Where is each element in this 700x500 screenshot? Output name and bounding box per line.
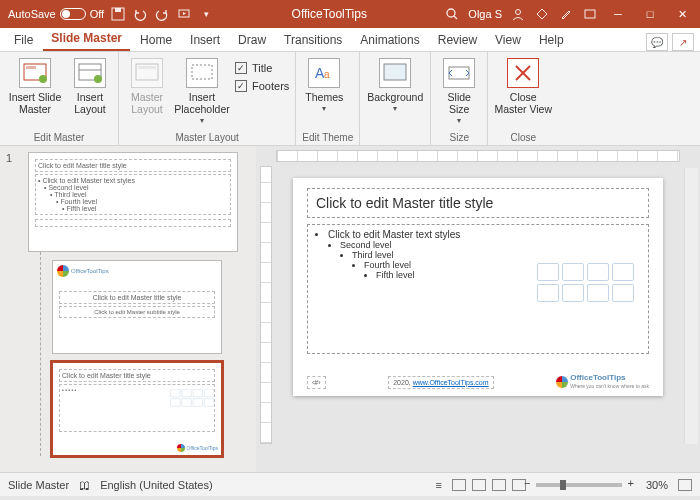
svg-rect-1: [115, 8, 121, 12]
title-bar: AutoSave Off ▾ OfficeToolTips Olga S ─ □…: [0, 0, 700, 28]
status-language[interactable]: English (United States): [100, 479, 213, 491]
redo-icon[interactable]: [154, 6, 170, 22]
icon-icon[interactable]: [612, 284, 634, 302]
chart-icon[interactable]: [562, 263, 584, 281]
autosave-toggle[interactable]: AutoSave Off: [8, 8, 104, 20]
title-checkbox[interactable]: ✓Title: [235, 62, 289, 74]
sorter-view-button[interactable]: [472, 479, 486, 491]
content-type-icons[interactable]: [537, 263, 634, 302]
user-avatar-icon[interactable]: [510, 6, 526, 22]
tab-animations[interactable]: Animations: [352, 29, 427, 51]
brand-logo: OfficeToolTips: [177, 444, 218, 452]
zoom-thumb[interactable]: [560, 480, 566, 490]
background-icon: [379, 58, 411, 88]
insert-placeholder-button[interactable]: Insert Placeholder ▾: [173, 56, 231, 125]
svg-point-12: [94, 75, 102, 83]
thumbnail-panel[interactable]: 1 Click to edit Master title style • Cli…: [0, 146, 256, 472]
themes-button[interactable]: Aa Themes ▾: [302, 56, 346, 113]
tab-home[interactable]: Home: [132, 29, 180, 51]
ribbon-tabs: File Slide Master Home Insert Draw Trans…: [0, 28, 700, 52]
maximize-button[interactable]: □: [638, 4, 662, 24]
normal-view-button[interactable]: [452, 479, 466, 491]
comments-button[interactable]: 💬: [646, 33, 668, 51]
group-size: Slide Size ▾ Size: [431, 52, 488, 145]
svg-rect-14: [138, 66, 156, 69]
svg-point-5: [516, 10, 521, 15]
diamond-icon[interactable]: [534, 6, 550, 22]
undo-icon[interactable]: [132, 6, 148, 22]
tab-transitions[interactable]: Transitions: [276, 29, 350, 51]
3d-icon[interactable]: [612, 263, 634, 281]
group-edit-master: Insert Slide Master Insert Layout Edit M…: [0, 52, 119, 145]
tab-review[interactable]: Review: [430, 29, 485, 51]
group-close: Close Master View Close: [488, 52, 558, 145]
layout-thumbnail-1[interactable]: OfficeToolTips Click to edit Master titl…: [52, 260, 222, 354]
brand-logo: OfficeToolTipsWhere you can't know where…: [556, 374, 649, 390]
title-placeholder[interactable]: Click to edit Master title style: [307, 188, 649, 218]
reading-view-button[interactable]: [492, 479, 506, 491]
online-picture-icon[interactable]: [562, 284, 584, 302]
slide-canvas[interactable]: Click to edit Master title style Click t…: [293, 178, 663, 396]
tab-help[interactable]: Help: [531, 29, 572, 51]
svg-point-9: [39, 75, 47, 83]
group-background: Background ▾: [360, 52, 431, 145]
user-name[interactable]: Olga S: [468, 8, 502, 20]
vertical-scrollbar[interactable]: [684, 168, 698, 444]
insert-layout-button[interactable]: Insert Layout: [68, 56, 112, 115]
body-placeholder[interactable]: Click to edit Master text styles Second …: [307, 224, 649, 354]
footer-text-placeholder[interactable]: 2020, www.OfficeToolTips.com: [388, 376, 493, 389]
master-layout-icon: [131, 58, 163, 88]
chevron-down-icon: ▾: [322, 104, 326, 113]
insert-slide-master-button[interactable]: Insert Slide Master: [6, 56, 64, 115]
accessibility-icon[interactable]: 🕮: [79, 479, 90, 491]
share-button[interactable]: ↗: [672, 33, 694, 51]
notes-button[interactable]: ≡: [436, 479, 442, 491]
tab-view[interactable]: View: [487, 29, 529, 51]
slide-master-icon: [19, 58, 51, 88]
layout-thumbnail-2-selected[interactable]: Click to edit Master title style • • • •…: [52, 362, 222, 456]
svg-rect-19: [449, 67, 469, 79]
slide-size-button[interactable]: Slide Size ▾: [437, 56, 481, 125]
master-thumbnail[interactable]: Click to edit Master title style • Click…: [28, 152, 238, 252]
svg-rect-15: [192, 65, 212, 79]
smartart-icon[interactable]: [587, 263, 609, 281]
video-icon[interactable]: [587, 284, 609, 302]
save-icon[interactable]: [110, 6, 126, 22]
close-window-button[interactable]: ✕: [670, 4, 694, 24]
layout-icon: [74, 58, 106, 88]
view-buttons: [452, 479, 526, 491]
svg-rect-18: [384, 64, 406, 80]
toggle-off-icon: [60, 8, 86, 20]
minimize-button[interactable]: ─: [606, 4, 630, 24]
table-icon[interactable]: [537, 263, 559, 281]
search-icon[interactable]: [444, 6, 460, 22]
window-mode-icon[interactable]: [582, 6, 598, 22]
group-master-layout: Master Layout Insert Placeholder ▾ ✓Titl…: [119, 52, 296, 145]
zoom-level[interactable]: 30%: [632, 479, 668, 491]
tab-draw[interactable]: Draw: [230, 29, 274, 51]
tab-insert[interactable]: Insert: [182, 29, 228, 51]
pen-icon[interactable]: [558, 6, 574, 22]
status-bar: Slide Master 🕮 English (United States) ≡…: [0, 472, 700, 496]
slideshow-icon[interactable]: [176, 6, 192, 22]
page-number-placeholder[interactable]: ‹#›: [307, 376, 326, 389]
zoom-slider[interactable]: [536, 483, 622, 487]
vertical-ruler[interactable]: [260, 166, 272, 444]
svg-point-3: [447, 9, 455, 17]
close-icon: [507, 58, 539, 88]
brand-logo: OfficeToolTips: [57, 265, 109, 277]
background-button[interactable]: Background ▾: [366, 56, 424, 113]
placeholder-icon: [186, 58, 218, 88]
slide-canvas-area: Click to edit Master title style Click t…: [256, 146, 700, 472]
tab-slide-master[interactable]: Slide Master: [43, 27, 130, 51]
picture-icon[interactable]: [537, 284, 559, 302]
qat-dropdown-icon[interactable]: ▾: [198, 6, 214, 22]
autosave-label: AutoSave: [8, 8, 56, 20]
close-master-view-button[interactable]: Close Master View: [494, 56, 552, 115]
tab-file[interactable]: File: [6, 29, 41, 51]
fit-to-window-button[interactable]: [678, 479, 692, 491]
master-number: 1: [6, 152, 12, 164]
horizontal-ruler[interactable]: [276, 150, 680, 162]
footers-checkbox[interactable]: ✓Footers: [235, 80, 289, 92]
svg-text:a: a: [324, 69, 330, 80]
